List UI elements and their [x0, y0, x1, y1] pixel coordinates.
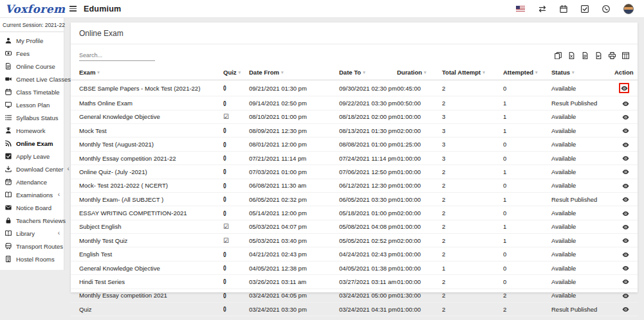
date-to-cell: 09/30/2021 02:30 pm	[339, 80, 397, 96]
column-label: Attempted	[503, 69, 533, 76]
duration-cell: 01:00:00	[397, 247, 442, 261]
brand-logo[interactable]: Voxforem	[5, 3, 66, 15]
date-from-cell: 03/24/2021 03:30 pm	[249, 302, 339, 316]
student-icon	[5, 127, 12, 134]
quiz-none-glyph: 0	[223, 305, 226, 313]
status-cell: Available	[551, 275, 614, 289]
sidebar-item-my-profile[interactable]: My Profile	[0, 34, 64, 47]
sidebar-item-homework[interactable]: Homework	[0, 124, 64, 137]
column-header-attempted[interactable]: Attempted▾	[503, 66, 551, 80]
sidebar-item-gmeet-live-classes[interactable]: Gmeet Live Classes	[0, 73, 64, 85]
language-flag-icon[interactable]	[516, 6, 525, 12]
duration-cell: 01:00:00	[397, 151, 442, 164]
sidebar-item-notice-board[interactable]: Notice Board	[0, 201, 64, 214]
view-exam-button[interactable]	[622, 196, 629, 203]
view-exam-button[interactable]	[622, 182, 629, 190]
menu-toggle-icon[interactable]	[69, 5, 77, 13]
column-header-total-attempt[interactable]: Total Attempt▾	[442, 66, 503, 80]
column-visibility-button[interactable]	[622, 51, 629, 61]
table-footer: Records: 1 to 17 of 17 ‹ 1 ›	[71, 316, 638, 320]
sidebar-item-attendance[interactable]: Attendance	[0, 175, 64, 188]
view-exam-button[interactable]	[622, 224, 629, 231]
export-buttons	[555, 51, 629, 61]
column-header-date-to[interactable]: Date To▾	[339, 66, 397, 80]
chevron-left-icon: ‹	[58, 230, 60, 236]
quiz-none-glyph: 0	[223, 100, 226, 107]
quiz-none-glyph: 0	[223, 195, 226, 203]
view-exam-button[interactable]	[622, 141, 629, 148]
view-exam-button[interactable]	[622, 100, 629, 107]
date-to-cell: 05/05/2021 02:52 pm	[339, 234, 397, 247]
column-header-date-from[interactable]: Date From▾	[249, 66, 339, 80]
export-csv-button[interactable]	[582, 51, 589, 61]
column-header-quiz[interactable]: Quiz▾	[223, 66, 249, 80]
sidebar-item-syllabus-status[interactable]: Syllabus Status	[0, 111, 64, 124]
quiz-cell: 0	[223, 275, 249, 289]
calendar-check-icon	[5, 179, 12, 185]
calendar-icon[interactable]	[560, 5, 567, 13]
view-exam-button[interactable]	[622, 265, 629, 272]
sidebar-item-teachers-reviews[interactable]: Teachers Reviews	[0, 214, 64, 227]
export-pdf-button[interactable]	[595, 51, 602, 61]
view-exam-button[interactable]	[622, 114, 629, 121]
view-exam-button[interactable]	[622, 210, 629, 217]
view-exam-button[interactable]	[622, 237, 629, 244]
sidebar-item-apply-leave[interactable]: Apply Leave	[0, 150, 64, 163]
status-cell: Available	[551, 234, 614, 247]
view-exam-button-highlighted[interactable]	[619, 83, 629, 93]
quiz-none-glyph: 0	[223, 182, 226, 190]
export-excel-button[interactable]	[568, 51, 575, 61]
sidebar-item-lesson-plan[interactable]: Lesson Plan	[0, 98, 64, 111]
date-from-cell: 06/08/2021 11:30 am	[249, 179, 339, 192]
date-to-cell: 05/18/2021 01:00 pm	[339, 206, 397, 220]
column-label: Exam	[79, 69, 95, 76]
status-cell: Available	[551, 124, 614, 138]
file-excel-icon	[568, 51, 575, 61]
view-exam-button[interactable]	[622, 278, 629, 285]
view-exam-button[interactable]	[622, 251, 629, 258]
column-header-exam[interactable]: Exam▾	[71, 66, 223, 80]
view-exam-button[interactable]	[622, 292, 629, 299]
copy-button[interactable]	[555, 51, 562, 61]
date-to-cell: 08/08/2021 01:00 pm	[339, 138, 397, 151]
quiz-cell: 0	[223, 124, 249, 138]
duration-cell: 01:00:00	[397, 179, 442, 192]
rss-icon	[5, 140, 12, 147]
exam-name-cell: General Knowledge Objective	[71, 110, 223, 123]
sidebar-item-fees[interactable]: Fees	[0, 47, 64, 60]
attempted-cell: 1	[503, 165, 551, 179]
column-header-action: Action	[614, 66, 638, 80]
view-exam-button[interactable]	[622, 127, 629, 134]
sidebar-item-online-exam[interactable]: Online Exam	[0, 137, 64, 150]
whatsapp-icon[interactable]	[602, 5, 610, 13]
search-input[interactable]	[79, 50, 155, 61]
sidebar-item-library[interactable]: Library‹	[0, 227, 64, 240]
column-header-duration[interactable]: Duration▾	[397, 66, 442, 80]
user-avatar[interactable]	[623, 4, 634, 14]
view-exam-button[interactable]	[622, 155, 629, 162]
quiz-cell: 0	[223, 289, 249, 302]
sidebar-item-examinations[interactable]: Examinations‹	[0, 188, 64, 201]
action-cell	[614, 110, 638, 123]
brand-logo-area: Voxforem	[0, 3, 64, 15]
sidebar-item-online-course[interactable]: Online Course	[0, 60, 64, 73]
exam-name-cell: Subject English	[71, 220, 223, 233]
sidebar-item-hostel-rooms[interactable]: Hostel Rooms	[0, 253, 64, 265]
action-cell	[614, 206, 638, 220]
view-exam-button[interactable]	[622, 306, 629, 313]
column-header-status[interactable]: Status▾	[551, 66, 614, 80]
table-row: Monthly Essay competition 2021-22007/21/…	[71, 151, 638, 164]
view-exam-button[interactable]	[622, 168, 629, 175]
print-button[interactable]	[609, 51, 616, 61]
total-attempt-cell: 2	[442, 80, 503, 96]
attempted-cell: 0	[503, 261, 551, 274]
table-row: Maths Online Exam009/14/2021 02:50 pm09/…	[71, 96, 638, 110]
sidebar-item-class-timetable[interactable]: Class Timetable	[0, 85, 64, 98]
sidebar-item-download-center[interactable]: Download Center‹	[0, 163, 64, 175]
total-attempt-cell: 2	[442, 179, 503, 192]
exam-name-cell: Monthly Essay competition 2021-22	[71, 151, 223, 164]
sidebar-item-transport-routes[interactable]: Transport Routes	[0, 240, 64, 253]
status-cell: Available	[551, 151, 614, 164]
tasks-icon[interactable]	[581, 5, 589, 13]
swap-icon[interactable]	[538, 5, 546, 13]
